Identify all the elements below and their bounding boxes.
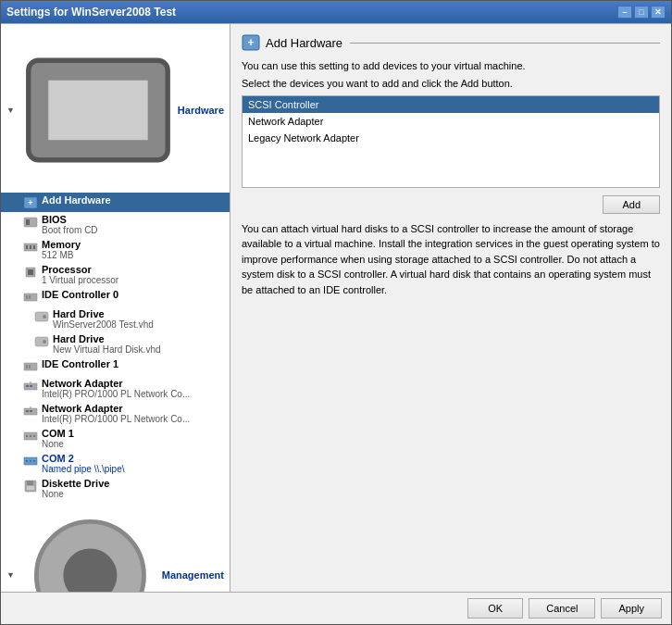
svg-point-18 — [43, 340, 46, 344]
close-button[interactable]: ✕ — [651, 6, 666, 19]
sidebar-item-diskette[interactable]: Diskette Drive None — [1, 476, 230, 501]
sidebar-item-ide1[interactable]: IDE Controller 1 — [1, 356, 230, 376]
add-hardware-header-icon: + — [242, 33, 260, 52]
desc2: Select the devices you want to add and c… — [242, 77, 660, 91]
sidebar-item-hard-drive-2[interactable]: Hard Drive New Virtual Hard Disk.vhd — [1, 331, 230, 356]
device-network[interactable]: Network Adapter — [243, 113, 659, 130]
network-adapter-icon — [23, 379, 38, 394]
right-panel-header: + Add Hardware — [242, 33, 660, 52]
ide-controller-1-icon — [23, 359, 38, 374]
title-bar: Settings for WinServer2008 Test – □ ✕ — [1, 1, 671, 23]
management-section-header[interactable]: ▼ Management — [1, 501, 230, 592]
sidebar-item-memory[interactable]: Memory 512 MB — [1, 237, 230, 262]
device-scsi[interactable]: SCSI Controller — [243, 96, 659, 113]
memory-icon — [23, 240, 38, 255]
left-panel: ▼ Hardware + Add Hardware — [1, 24, 230, 592]
content-area: ▼ Hardware + Add Hardware — [1, 23, 671, 592]
device-legacy-network[interactable]: Legacy Network Adapter — [243, 130, 659, 146]
svg-rect-24 — [30, 385, 32, 387]
sidebar-item-add-hardware[interactable]: + Add Hardware — [1, 193, 230, 212]
cancel-button[interactable]: Cancel — [529, 598, 595, 619]
ide-controller-icon — [23, 290, 38, 305]
svg-rect-40 — [27, 486, 34, 490]
sidebar-item-com2[interactable]: COM 2 Named pipe \\.\pipe\ — [1, 451, 230, 476]
collapse-hardware-icon: ▼ — [6, 106, 15, 115]
collapse-management-icon: ▼ — [6, 570, 15, 580]
com1-icon — [23, 429, 38, 444]
svg-rect-27 — [26, 410, 29, 412]
svg-rect-12 — [24, 294, 37, 301]
sidebar-item-processor[interactable]: Processor 1 Virtual processor — [1, 262, 230, 287]
add-btn-row: Add — [242, 195, 660, 214]
svg-point-37 — [33, 460, 35, 462]
right-panel: + Add Hardware You can use this setting … — [230, 24, 671, 592]
minimize-button[interactable]: – — [617, 6, 632, 19]
settings-window: Settings for WinServer2008 Test – □ ✕ ▼ … — [0, 0, 672, 625]
management-icon — [19, 504, 162, 592]
svg-text:+: + — [247, 36, 254, 49]
svg-rect-19 — [24, 363, 37, 370]
svg-point-31 — [26, 435, 28, 437]
hardware-icon — [19, 31, 178, 190]
svg-rect-8 — [30, 245, 31, 249]
bottom-bar: OK Cancel Apply — [1, 592, 671, 624]
apply-button[interactable]: Apply — [601, 598, 662, 619]
com2-icon — [23, 454, 38, 469]
svg-point-32 — [30, 435, 31, 437]
processor-icon — [23, 265, 38, 280]
restore-button[interactable]: □ — [634, 6, 649, 19]
right-panel-title: Add Hardware — [266, 36, 342, 50]
sidebar-item-com1[interactable]: COM 1 None — [1, 426, 230, 451]
bios-icon — [23, 215, 38, 230]
svg-point-33 — [33, 435, 35, 437]
hard-drive-icon — [34, 309, 49, 324]
svg-rect-11 — [28, 269, 33, 275]
sidebar-item-ide0[interactable]: IDE Controller 0 — [1, 287, 230, 306]
sidebar-item-bios[interactable]: BIOS Boot from CD — [1, 212, 230, 237]
desc1: You can use this setting to add devices … — [242, 59, 660, 73]
add-hardware-icon: + — [23, 195, 38, 210]
ok-button[interactable]: OK — [467, 598, 523, 619]
svg-point-16 — [43, 315, 46, 319]
network-adapter-2-icon — [23, 404, 38, 419]
svg-point-35 — [26, 460, 28, 462]
hardware-section-header[interactable]: ▼ Hardware — [1, 28, 230, 193]
add-button[interactable]: Add — [603, 195, 660, 214]
hard-drive-2-icon — [34, 334, 49, 349]
svg-rect-28 — [30, 410, 32, 412]
svg-point-36 — [30, 460, 31, 462]
info-text: You can attach virtual hard disks to a S… — [242, 221, 660, 298]
svg-rect-39 — [27, 481, 33, 485]
svg-rect-5 — [26, 219, 30, 225]
title-bar-buttons: – □ ✕ — [617, 6, 666, 19]
svg-rect-7 — [26, 245, 28, 249]
svg-rect-1 — [48, 81, 147, 140]
diskette-icon — [23, 479, 38, 494]
svg-rect-9 — [33, 245, 35, 249]
window-title: Settings for WinServer2008 Test — [6, 6, 176, 19]
device-list: SCSI Controller Network Adapter Legacy N… — [242, 95, 660, 188]
sidebar-item-network-2[interactable]: Network Adapter Intel(R) PRO/1000 PL Net… — [1, 401, 230, 426]
svg-rect-23 — [26, 385, 29, 387]
sidebar-item-network-1[interactable]: Network Adapter Intel(R) PRO/1000 PL Net… — [1, 376, 230, 401]
svg-text:+: + — [28, 198, 32, 207]
sidebar-item-hard-drive-1[interactable]: Hard Drive WinServer2008 Test.vhd — [1, 306, 230, 331]
